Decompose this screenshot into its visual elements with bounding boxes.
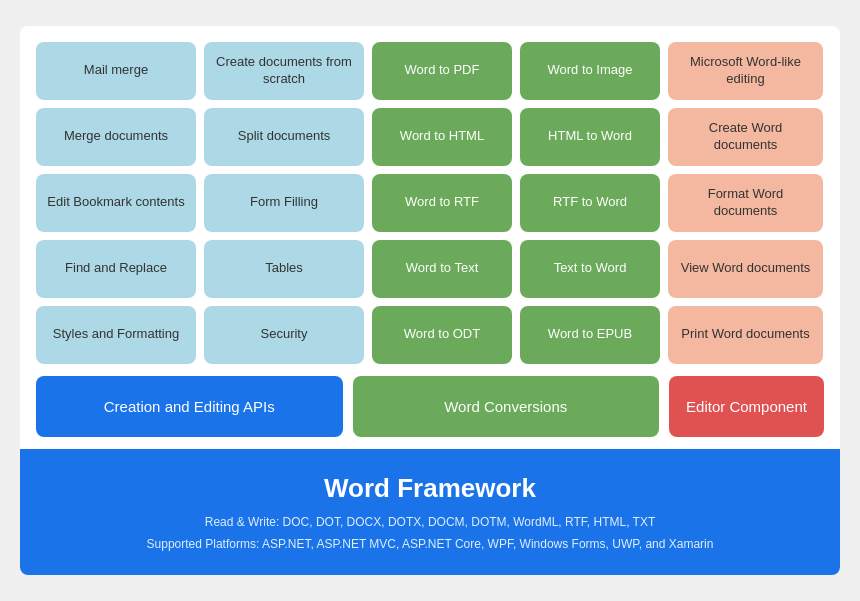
editor-component-btn[interactable]: Editor Component [669, 376, 824, 437]
main-container: Mail merge Create documents from scratch… [20, 26, 840, 575]
footer: Word Framework Read & Write: DOC, DOT, D… [20, 449, 840, 575]
word-to-html-btn[interactable]: Word to HTML [372, 108, 512, 166]
create-docs-btn[interactable]: Create documents from scratch [204, 42, 364, 100]
section-buttons-row: Creation and Editing APIs Word Conversio… [36, 376, 824, 437]
features-grid: Mail merge Create documents from scratch… [36, 42, 824, 364]
find-replace-btn[interactable]: Find and Replace [36, 240, 196, 298]
styles-formatting-btn[interactable]: Styles and Formatting [36, 306, 196, 364]
footer-title: Word Framework [36, 473, 824, 504]
mail-merge-btn[interactable]: Mail merge [36, 42, 196, 100]
word-to-rtf-btn[interactable]: Word to RTF [372, 174, 512, 232]
security-btn[interactable]: Security [204, 306, 364, 364]
edit-bookmark-btn[interactable]: Edit Bookmark contents [36, 174, 196, 232]
form-filling-btn[interactable]: Form Filling [204, 174, 364, 232]
creation-apis-btn[interactable]: Creation and Editing APIs [36, 376, 343, 437]
footer-line1: Read & Write: DOC, DOT, DOCX, DOTX, DOCM… [36, 512, 824, 534]
create-word-docs-btn[interactable]: Create Word documents [668, 108, 823, 166]
html-to-word-btn[interactable]: HTML to Word [520, 108, 660, 166]
word-to-text-btn[interactable]: Word to Text [372, 240, 512, 298]
word-to-pdf-btn[interactable]: Word to PDF [372, 42, 512, 100]
word-conversions-btn[interactable]: Word Conversions [353, 376, 660, 437]
tables-btn[interactable]: Tables [204, 240, 364, 298]
ms-word-edit-btn[interactable]: Microsoft Word-like editing [668, 42, 823, 100]
rtf-to-word-btn[interactable]: RTF to Word [520, 174, 660, 232]
print-word-btn[interactable]: Print Word documents [668, 306, 823, 364]
word-to-image-btn[interactable]: Word to Image [520, 42, 660, 100]
word-to-epub-btn[interactable]: Word to EPUB [520, 306, 660, 364]
format-word-btn[interactable]: Format Word documents [668, 174, 823, 232]
view-word-btn[interactable]: View Word documents [668, 240, 823, 298]
merge-docs-btn[interactable]: Merge documents [36, 108, 196, 166]
footer-line2: Supported Platforms: ASP.NET, ASP.NET MV… [36, 534, 824, 556]
word-to-odt-btn[interactable]: Word to ODT [372, 306, 512, 364]
text-to-word-btn[interactable]: Text to Word [520, 240, 660, 298]
split-docs-btn[interactable]: Split documents [204, 108, 364, 166]
